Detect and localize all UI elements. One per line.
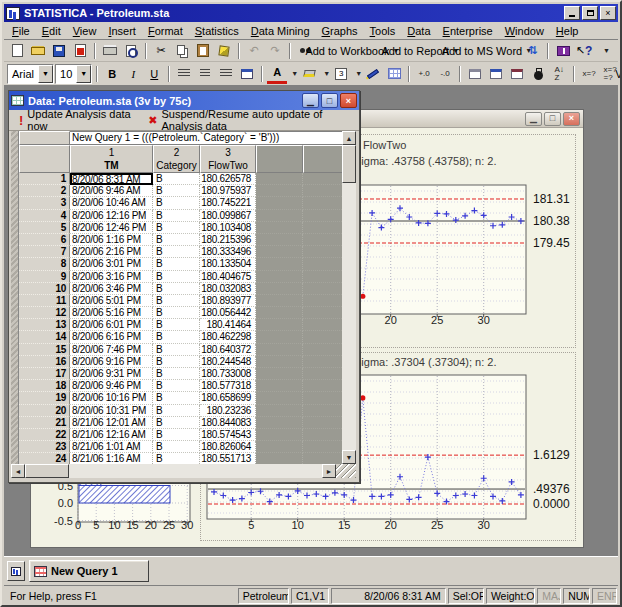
maximize-button[interactable]: □ [321,93,338,108]
cell-tm[interactable]: 8/20/06 5:01 PM [70,295,153,307]
cell-tm[interactable]: 8/20/06 10:31 PM [70,405,153,417]
cell-empty[interactable] [256,185,303,197]
cell-empty[interactable] [256,331,303,343]
table-row[interactable]: 28/20/06 9:46 AMB180.975937 [19,185,344,197]
scroll-down-button[interactable]: ▼ [342,450,356,464]
cell-empty[interactable] [303,271,344,283]
cell-tm[interactable]: 8/20/06 9:31 PM [70,368,153,380]
cell-flowtwo[interactable]: 180.745221 [200,197,256,209]
cell-category[interactable]: B [153,441,200,453]
fill-color-button[interactable] [299,64,319,84]
cell-flowtwo[interactable]: 180.844083 [200,417,256,429]
table-row[interactable]: 198/20/06 10:16 PMB180.658699 [19,392,344,404]
table-row[interactable]: 228/21/06 12:16 AMB180.574543 [19,429,344,441]
vertical-scrollbar[interactable]: ▲ ▼ [342,131,356,464]
case-number[interactable]: 8 [19,258,70,270]
case-number[interactable]: 20 [19,405,70,417]
spreadsheet-case-button[interactable] [507,64,527,84]
table-row[interactable]: 38/20/06 10:46 AMB180.745221 [19,197,344,209]
auto-update-button[interactable]: ⇅ [523,41,543,61]
case-number[interactable]: 13 [19,319,70,331]
cell-empty[interactable] [303,344,344,356]
cell-category[interactable]: B [153,429,200,441]
table-row[interactable]: 178/20/06 9:31 PMB180.733008 [19,368,344,380]
cell-tm[interactable]: 8/20/06 6:01 PM [70,319,153,331]
table-row[interactable]: 68/20/06 1:16 PMB180.215396 [19,234,344,246]
cell-empty[interactable] [303,331,344,343]
case-number[interactable]: 16 [19,356,70,368]
cell-category[interactable]: B [153,331,200,343]
case-number[interactable]: 22 [19,429,70,441]
cell-empty[interactable] [303,307,344,319]
cell-category[interactable]: B [153,295,200,307]
cell-category[interactable]: B [153,234,200,246]
case-number[interactable]: 5 [19,222,70,234]
table-row[interactable]: 128/20/06 5:16 PMB180.056442 [19,307,344,319]
table-row[interactable]: 168/20/06 9:16 PMB180.244548 [19,356,344,368]
menu-data-mining[interactable]: Data Mining [245,23,316,39]
cell-empty[interactable] [256,356,303,368]
open-button[interactable] [28,41,48,61]
cell-tm[interactable]: 8/20/06 1:16 PM [70,234,153,246]
menu-insert[interactable]: Insert [102,23,142,39]
menu-tools[interactable]: Tools [364,23,402,39]
cell-tm[interactable]: 8/20/06 12:16 PM [70,210,153,222]
cell-empty[interactable] [303,405,344,417]
table-row[interactable]: 158/20/06 7:46 PMB180.640372 [19,344,344,356]
sort-button[interactable]: A↓Z [549,64,569,84]
cell-empty[interactable] [303,356,344,368]
cell-category[interactable]: B [153,392,200,404]
close-button[interactable]: × [600,6,616,20]
case-number[interactable]: 14 [19,331,70,343]
case-number[interactable]: 4 [19,210,70,222]
menu-window[interactable]: Window [499,23,550,39]
case-number[interactable]: 1 [19,173,70,185]
cell-empty[interactable] [303,210,344,222]
cell-tm[interactable]: 8/20/06 9:46 PM [70,380,153,392]
cell-category[interactable]: B [153,319,200,331]
cell-flowtwo[interactable]: 180.626578 [200,173,256,185]
maximize-button[interactable]: □ [544,112,561,126]
cell-tm[interactable]: 8/21/06 12:16 AM [70,429,153,441]
toolbar-options-button[interactable]: ▼ [595,41,615,61]
cell-empty[interactable] [256,417,303,429]
cell-tm[interactable]: 8/20/06 3:46 PM [70,283,153,295]
cell-flowtwo[interactable]: 180.099867 [200,210,256,222]
cell-flowtwo[interactable]: 180.23236 [200,405,256,417]
redo-button[interactable]: ↷ [265,41,285,61]
menu-enterprise[interactable]: Enterprise [437,23,499,39]
align-right-button[interactable] [216,64,236,84]
minimize-button[interactable] [564,6,580,20]
cell-tm[interactable]: 8/20/06 9:46 AM [70,185,153,197]
cell-empty[interactable] [256,380,303,392]
cell-tm[interactable]: 8/20/06 7:46 PM [70,344,153,356]
paste-button[interactable] [193,41,213,61]
cell-tm[interactable]: 8/20/06 2:16 PM [70,246,153,258]
case-number[interactable]: 3 [19,197,70,209]
pdf-button[interactable] [70,41,90,61]
table-row[interactable]: 88/20/06 3:01 PMB180.133504 [19,258,344,270]
taskbar-tab-new-query[interactable]: New Query 1 [29,560,149,582]
table-row[interactable]: 148/20/06 6:16 PMB180.462298 [19,331,344,343]
cell-category[interactable]: B [153,405,200,417]
cell-category[interactable]: B [153,356,200,368]
resize-grip[interactable] [336,464,356,478]
case-number[interactable]: 17 [19,368,70,380]
chevron-down-icon[interactable]: ▼ [38,65,53,83]
gridlines-button[interactable] [384,64,404,84]
cell-empty[interactable] [256,319,303,331]
cut-button[interactable]: ✂ [151,41,171,61]
cell-flowtwo[interactable]: 180.333496 [200,246,256,258]
cell-flowtwo[interactable]: 180.133504 [200,258,256,270]
cell-empty[interactable] [303,319,344,331]
increase-decimals-button[interactable]: +.0 [414,64,434,84]
case-number[interactable]: 6 [19,234,70,246]
cell-flowtwo[interactable]: 180.462298 [200,331,256,343]
cell-flowtwo[interactable]: 180.733008 [200,368,256,380]
whats-this-help-button[interactable]: ↖? [574,41,594,61]
cell-tm[interactable]: 8/20/06 10:16 PM [70,392,153,404]
column-header-flowtwo[interactable]: 3FlowTwo [200,145,256,173]
underline-button[interactable]: U [144,64,164,84]
cell-category[interactable]: B [153,210,200,222]
cell-empty[interactable] [256,295,303,307]
